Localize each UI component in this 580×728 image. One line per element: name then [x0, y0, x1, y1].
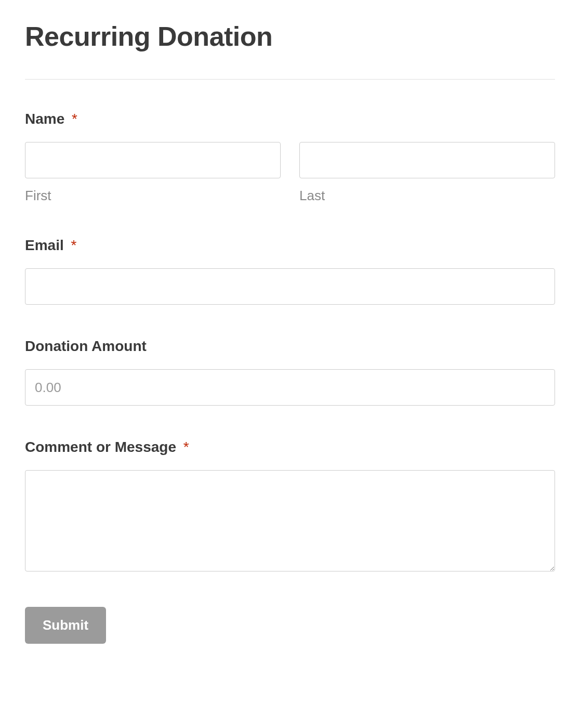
name-label-text: Name — [25, 111, 64, 127]
donation-label-text: Donation Amount — [25, 338, 147, 354]
email-input[interactable] — [25, 268, 555, 305]
donation-amount-input[interactable] — [25, 369, 555, 406]
first-name-col: First — [25, 142, 281, 204]
name-group: Name * First Last — [25, 111, 555, 204]
submit-button[interactable]: Submit — [25, 607, 106, 644]
required-asterisk-icon: * — [72, 111, 77, 127]
name-label: Name * — [25, 111, 555, 127]
required-asterisk-icon: * — [71, 237, 76, 253]
donation-label: Donation Amount — [25, 338, 555, 355]
donation-form: Name * First Last Email * Donation Amoun… — [25, 111, 555, 644]
first-name-sublabel: First — [25, 188, 281, 204]
page-title: Recurring Donation — [25, 21, 555, 52]
comment-group: Comment or Message * — [25, 439, 555, 574]
email-group: Email * — [25, 237, 555, 305]
email-label: Email * — [25, 237, 555, 254]
first-name-input[interactable] — [25, 142, 281, 178]
last-name-sublabel: Last — [299, 188, 555, 204]
name-row: First Last — [25, 142, 555, 204]
comment-label-text: Comment or Message — [25, 439, 176, 455]
required-asterisk-icon: * — [183, 439, 189, 455]
comment-label: Comment or Message * — [25, 439, 555, 456]
last-name-input[interactable] — [299, 142, 555, 178]
donation-group: Donation Amount — [25, 338, 555, 406]
email-label-text: Email — [25, 237, 64, 253]
comment-textarea[interactable] — [25, 470, 555, 571]
last-name-col: Last — [299, 142, 555, 204]
divider — [25, 79, 555, 80]
